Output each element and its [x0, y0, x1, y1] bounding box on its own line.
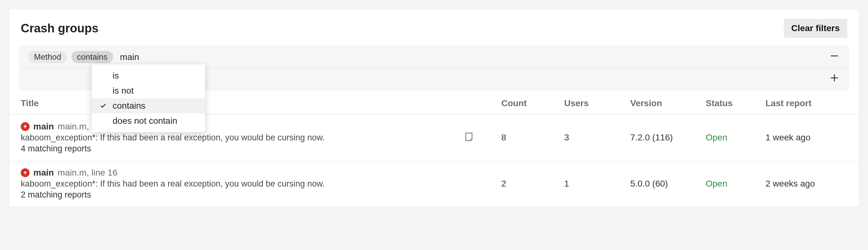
filter-field-chip[interactable]: Method: [28, 51, 67, 63]
count-cell: 8: [501, 133, 564, 143]
crash-group-row[interactable]: mainmain.m, line 16kaboom_exception*: If…: [9, 161, 859, 207]
check-icon: [99, 102, 107, 109]
operator-option[interactable]: is not: [92, 83, 205, 98]
col-title[interactable]: Title: [21, 98, 464, 108]
col-last[interactable]: Last report: [766, 98, 847, 108]
col-users[interactable]: Users: [564, 98, 630, 108]
col-notes: [464, 98, 501, 108]
panel-header: Crash groups Clear filters: [9, 9, 859, 46]
matching-reports: 2 matching reports: [21, 190, 464, 200]
clear-filters-button[interactable]: Clear filters: [784, 19, 847, 38]
status-cell: Open: [706, 133, 766, 143]
notes-icon[interactable]: [464, 134, 474, 144]
row-title-cell: mainmain.m, line 16kaboom_exception*: If…: [21, 168, 464, 200]
page-title: Crash groups: [21, 22, 98, 35]
count-cell: 2: [501, 179, 564, 189]
status-cell: Open: [706, 179, 766, 189]
matching-reports: 4 matching reports: [21, 144, 464, 153]
method-name: main: [33, 168, 54, 178]
col-version[interactable]: Version: [630, 98, 706, 108]
filter-operator-chip[interactable]: contains: [71, 51, 113, 63]
crash-description: kaboom_exception*: If this had been a re…: [21, 133, 464, 143]
operator-option[interactable]: contains: [92, 98, 205, 113]
last-report-cell: 1 week ago: [766, 133, 847, 143]
col-status[interactable]: Status: [706, 98, 766, 108]
file-location: main.m, line 16: [58, 168, 117, 178]
row-title-cell: mainmain.m, line 16kaboom_exception*: If…: [21, 121, 464, 153]
crash-icon: [21, 122, 30, 131]
operator-option-label: contains: [113, 101, 145, 111]
notes-cell: [464, 131, 501, 144]
version-cell: 5.0.0 (60): [630, 179, 706, 189]
operator-option[interactable]: does not contain: [92, 113, 205, 129]
users-cell: 3: [564, 133, 630, 143]
operator-option-label: is: [113, 71, 119, 81]
users-cell: 1: [564, 179, 630, 189]
crash-description: kaboom_exception*: If this had been a re…: [21, 179, 464, 189]
crash-icon: [21, 168, 30, 177]
filter-row: Method contains main isis notcontainsdoe…: [19, 46, 849, 68]
crash-groups-panel: Crash groups Clear filters Method contai…: [9, 9, 859, 207]
operator-dropdown: isis notcontainsdoes not contain: [92, 64, 205, 132]
col-count[interactable]: Count: [501, 98, 564, 108]
last-report-cell: 2 weeks ago: [766, 179, 847, 189]
operator-option[interactable]: is: [92, 68, 205, 83]
filter-value[interactable]: main: [118, 52, 139, 62]
version-cell: 7.2.0 (116): [630, 133, 706, 143]
add-filter-icon[interactable]: [829, 73, 840, 85]
remove-filter-icon[interactable]: [829, 50, 840, 64]
operator-option-label: is not: [113, 86, 134, 96]
method-name: main: [33, 121, 54, 132]
operator-option-label: does not contain: [113, 116, 177, 126]
